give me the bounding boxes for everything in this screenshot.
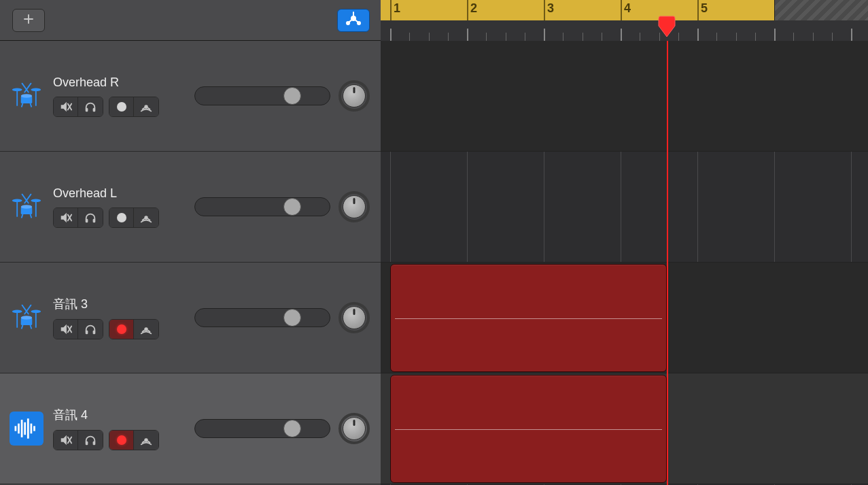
record-enable-button[interactable]	[109, 431, 134, 450]
audio-region[interactable]	[390, 264, 667, 372]
record-indicator-icon	[117, 435, 126, 445]
mute-button[interactable]	[54, 320, 78, 339]
bar-number: 2	[470, 1, 477, 16]
input-monitor-button[interactable]	[134, 208, 158, 227]
automation-button[interactable]	[337, 9, 370, 32]
svg-point-6	[347, 22, 349, 24]
track-header[interactable]: 音訊 4	[0, 373, 381, 484]
record-indicator-icon	[117, 213, 126, 222]
track-name[interactable]: 音訊 4	[53, 407, 159, 423]
waveform-baseline	[395, 318, 662, 319]
record-indicator-icon	[117, 102, 126, 112]
pan-knob[interactable]	[343, 195, 366, 218]
volume-thumb[interactable]	[283, 309, 301, 327]
bar-marker	[544, 0, 545, 20]
input-monitor-button[interactable]	[134, 320, 158, 339]
bar-number: 4	[624, 1, 631, 16]
workspace: Overhead R Overhead L 音訊 3 音訊 4	[0, 41, 868, 485]
volume-slider[interactable]	[194, 419, 330, 438]
top-row: 1234567	[0, 0, 868, 41]
solo-button[interactable]	[78, 208, 103, 227]
volume-thumb[interactable]	[283, 198, 301, 216]
bar-number: 1	[394, 1, 400, 16]
track-header[interactable]: Overhead L	[0, 152, 381, 263]
volume-slider[interactable]	[194, 308, 330, 327]
timeline-ruler[interactable]: 1234567	[381, 0, 868, 41]
volume-thumb[interactable]	[283, 87, 301, 105]
mute-button[interactable]	[54, 97, 78, 116]
add-track-button[interactable]	[12, 9, 45, 32]
pan-knob[interactable]	[343, 84, 366, 107]
volume-slider[interactable]	[194, 197, 330, 216]
solo-button[interactable]	[78, 320, 103, 339]
volume-slider[interactable]	[194, 86, 330, 105]
track-headers: Overhead R Overhead L 音訊 3 音訊 4	[0, 41, 381, 485]
mute-button[interactable]	[54, 208, 78, 227]
track-lane[interactable]	[381, 41, 868, 152]
arrange-area[interactable]	[381, 41, 868, 485]
app-root: 1234567 Overhead R Overhead L 音訊 3 音訊 4	[0, 0, 868, 485]
bar-marker	[621, 0, 622, 20]
bar-marker	[467, 0, 468, 20]
bar-marker	[697, 0, 699, 20]
record-enable-button[interactable]	[109, 208, 134, 227]
bar-number: 3	[547, 1, 554, 16]
bar-number: 5	[701, 1, 708, 16]
record-enable-button[interactable]	[109, 320, 134, 339]
track-header[interactable]: 音訊 3	[0, 263, 381, 373]
solo-button[interactable]	[78, 431, 103, 450]
track-lane[interactable]	[381, 152, 868, 263]
audio-track-icon[interactable]	[10, 412, 44, 446]
solo-button[interactable]	[78, 97, 103, 116]
drums-track-icon[interactable]	[10, 190, 44, 224]
track-name[interactable]: Overhead R	[53, 76, 159, 90]
plus-icon	[22, 13, 35, 28]
audio-region[interactable]	[390, 375, 667, 483]
svg-point-7	[358, 22, 360, 24]
track-toolbar	[0, 0, 381, 41]
drums-track-icon[interactable]	[10, 79, 44, 113]
volume-thumb[interactable]	[283, 420, 301, 437]
mute-button[interactable]	[54, 431, 78, 450]
track-name[interactable]: 音訊 3	[53, 296, 159, 312]
track-header[interactable]: Overhead R	[0, 41, 381, 152]
automation-icon	[345, 11, 362, 30]
input-monitor-button[interactable]	[134, 97, 158, 116]
bar-marker	[390, 0, 392, 20]
input-monitor-button[interactable]	[134, 431, 158, 450]
pan-knob[interactable]	[343, 417, 366, 440]
waveform-baseline	[395, 429, 662, 430]
record-enable-button[interactable]	[109, 97, 134, 116]
pan-knob[interactable]	[343, 306, 366, 329]
drums-track-icon[interactable]	[10, 301, 44, 335]
ruler-end-region	[774, 0, 868, 20]
record-indicator-icon	[117, 324, 126, 334]
track-name[interactable]: Overhead L	[53, 186, 159, 201]
